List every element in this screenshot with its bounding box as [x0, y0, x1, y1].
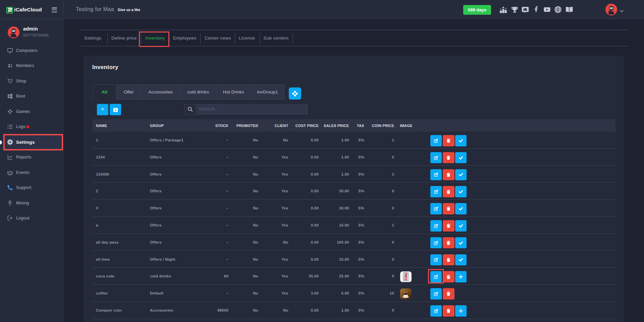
svg-text:Coke: Coke [404, 272, 408, 280]
